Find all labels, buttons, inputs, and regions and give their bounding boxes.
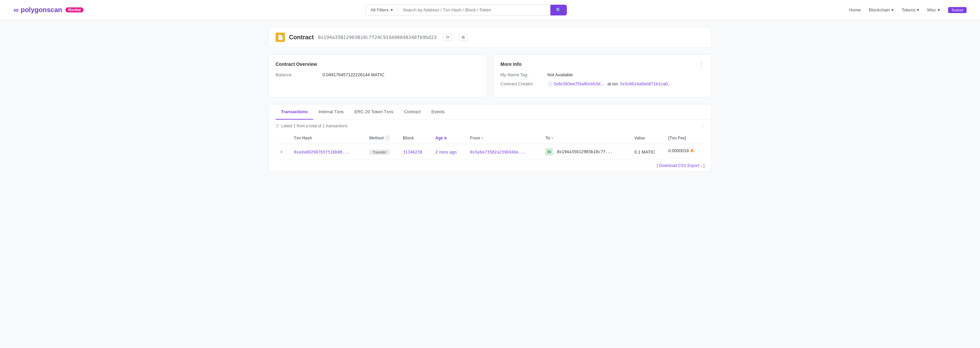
col-header-block: Block: [399, 132, 431, 144]
balance-value: 0.049176457122226144 MATIC: [323, 72, 384, 77]
nav-tokens[interactable]: Tokens ▾: [902, 7, 919, 13]
table-header-row: Txn Hash Method i Block Age: [275, 132, 705, 144]
filter-button[interactable]: All Filters ▾: [366, 4, 398, 16]
filter-icon[interactable]: ▾: [482, 136, 483, 140]
creator-address-link[interactable]: 0x6c583ee7f3a80cb53d...: [554, 81, 604, 86]
to-cell: IN 0x194a35b12903b10c7f...: [541, 144, 630, 160]
search-area: All Filters ▾ 🔍: [366, 4, 567, 16]
value-cell: 0.1 MATIC: [630, 144, 664, 160]
tab-events[interactable]: Events: [426, 104, 450, 120]
more-options-icon[interactable]: ⋮: [700, 124, 705, 128]
file-small-icon: 📄: [547, 81, 552, 86]
chevron-down-icon: ▾: [891, 7, 894, 13]
more-options-icon[interactable]: ⋮: [698, 61, 705, 69]
block-cell: 31348230: [399, 144, 431, 160]
col-header-txn-fee: [Txn Fee]: [664, 132, 705, 144]
logo[interactable]: ∞ polygonscan: [13, 6, 62, 14]
contract-overview-panel: Contract Overview Balance: 0.04917645712…: [269, 54, 487, 97]
in-arrow-icon: IN: [546, 148, 553, 155]
logo-area: ∞ polygonscan Mumbai: [13, 6, 84, 14]
tab-internal-txns[interactable]: Internal Txns: [313, 104, 349, 120]
transactions-table: Txn Hash Method i Block Age: [275, 132, 705, 160]
method-cell: Transfer: [365, 144, 399, 160]
col-header-txn-hash: Txn Hash: [290, 132, 366, 144]
list-icon: ☰: [275, 124, 279, 128]
network-badge: Mumbai: [65, 7, 84, 13]
col-header-method: Method i: [365, 132, 399, 144]
col-header-value: Value: [630, 132, 664, 144]
at-txn-label: at txn: [608, 81, 618, 86]
tab-contract[interactable]: Contract: [399, 104, 426, 120]
filter-icon[interactable]: ▾: [551, 136, 553, 140]
balance-row: Balance: 0.049176457122226144 MATIC: [275, 72, 480, 77]
block-link[interactable]: 31348230: [403, 150, 422, 155]
nav: Home Blockchain ▾ Tokens ▾ Misc ▾ Testne…: [849, 7, 967, 13]
chevron-down-icon: ▾: [391, 7, 393, 13]
tab-erc20-token-txns[interactable]: ERC-20 Token Txns: [349, 104, 399, 120]
info-icon[interactable]: i: [385, 136, 390, 140]
contract-address: 0x194a35B12903B10c7f24C919A98848348f69bd…: [318, 35, 437, 40]
filter-label: All Filters: [371, 7, 388, 13]
to-address-value: 0x194a35b12903b10c7f...: [557, 150, 612, 154]
creator-txn-link[interactable]: 0x3c8614a8eb871b1ca0...: [620, 81, 671, 86]
txn-hash-cell: 0xeda802987b5f516b00...: [290, 144, 366, 160]
fee-icon: 🔥: [690, 149, 694, 153]
name-tag-value: Not Available: [547, 72, 573, 77]
eye-icon[interactable]: 👁: [280, 150, 283, 155]
name-tag-label: My Name Tag:: [500, 72, 547, 77]
contract-icon: 📄: [275, 33, 285, 42]
testnet-badge: Testnet: [948, 7, 967, 13]
table-row: 👁 0xeda802987b5f516b00... Transfer 31348…: [275, 144, 705, 160]
info-panels: Contract Overview Balance: 0.04917645712…: [269, 54, 711, 97]
csv-download-area: [ Download CSV Export ↓ ]: [269, 160, 711, 171]
tab-transactions[interactable]: Transactions: [275, 104, 313, 120]
age-cell: 2 mins ago: [431, 144, 466, 160]
nav-home[interactable]: Home: [849, 7, 861, 13]
txn-fee-cell: 0.0000018 🔥: [664, 144, 705, 158]
col-header-from: From ▾: [466, 132, 542, 144]
page-title-area: 📄 Contract 0x194a35B12903B10c7f24C919A98…: [269, 27, 711, 48]
nav-blockchain[interactable]: Blockchain ▾: [869, 7, 894, 13]
main-content: 📄 Contract 0x194a35B12903B10c7f24C919A98…: [255, 20, 725, 178]
sort-icon[interactable]: ⇅: [444, 136, 447, 140]
page-title: Contract: [289, 34, 314, 41]
logo-icon: ∞: [13, 6, 19, 14]
chevron-down-icon: ▾: [917, 7, 919, 13]
search-input[interactable]: [398, 4, 551, 16]
transactions-section: Transactions Internal Txns ERC-20 Token …: [269, 104, 711, 172]
qr-code-button[interactable]: ⊞: [459, 34, 468, 41]
search-icon: 🔍: [556, 7, 562, 13]
nav-blockchain-label: Blockchain: [869, 7, 890, 13]
age-value[interactable]: 2 mins ago: [435, 150, 462, 155]
csv-download-link[interactable]: [ Download CSV Export ↓ ]: [657, 163, 705, 168]
transactions-summary-header: ☰ Latest 1 from a total of 1 transaction…: [269, 120, 711, 132]
chevron-down-icon: ▾: [938, 7, 940, 13]
more-info-header: More Info ⋮: [500, 61, 705, 72]
transactions-table-wrapper: Txn Hash Method i Block Age: [269, 132, 711, 160]
transactions-count: ☰ Latest 1 from a total of 1 transaction…: [275, 124, 347, 128]
from-address-link[interactable]: 0x5ebe73502a239b94be...: [470, 150, 526, 155]
col-header-age: Age ⇅: [431, 132, 466, 144]
more-info-panel: More Info ⋮ My Name Tag: Not Available C…: [493, 54, 711, 97]
header: ∞ polygonscan Mumbai All Filters ▾ 🔍 Hom…: [0, 0, 980, 20]
more-info-title: More Info: [500, 61, 522, 67]
tabs: Transactions Internal Txns ERC-20 Token …: [269, 104, 711, 120]
value-amount: 0.1 MATIC: [634, 150, 655, 155]
creator-label: Contract Creator:: [500, 81, 547, 86]
nav-misc-label: Misc: [927, 7, 936, 13]
col-header-empty: [275, 132, 290, 144]
search-button[interactable]: 🔍: [550, 5, 567, 16]
nav-tokens-label: Tokens: [902, 7, 916, 13]
col-header-to: To ▾: [541, 132, 630, 144]
txn-hash-link[interactable]: 0xeda802987b5f516b00...: [294, 150, 350, 155]
txn-fee-value: 0.0000018: [668, 148, 689, 153]
balance-label: Balance:: [275, 72, 323, 77]
overview-title: Contract Overview: [275, 61, 480, 67]
logo-text-label: polygonscan: [21, 6, 62, 14]
file-icon: 📄: [278, 35, 283, 40]
nav-misc[interactable]: Misc ▾: [927, 7, 940, 13]
copy-address-button[interactable]: ⟳: [443, 34, 452, 41]
from-cell: 0x5ebe73502a239b94be...: [466, 144, 542, 160]
row-eye-icon-cell: 👁: [275, 144, 290, 160]
name-tag-row: My Name Tag: Not Available: [500, 72, 705, 77]
